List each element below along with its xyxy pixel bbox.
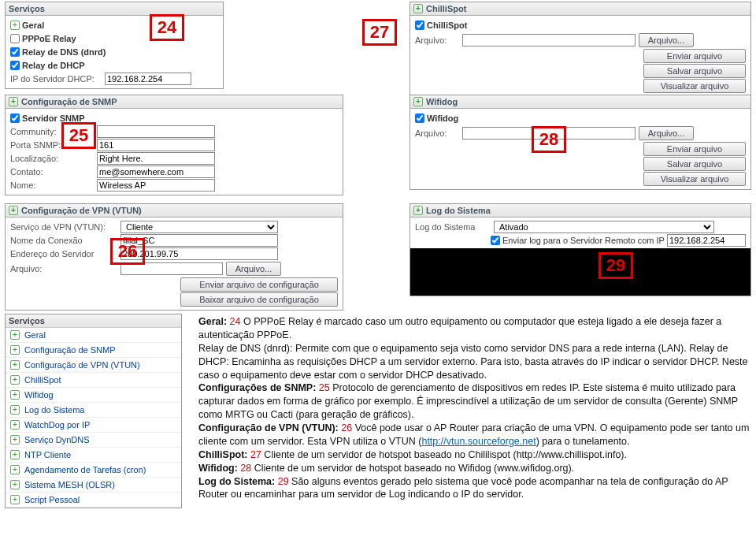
checkbox-pppoe[interactable]	[10, 34, 20, 43]
log-console	[410, 248, 750, 296]
button-wifidog-arquivo[interactable]: Arquivo...	[639, 126, 694, 140]
label-pppoe: PPPoE Relay	[22, 34, 76, 43]
plus-icon: +	[9, 97, 18, 106]
input-local[interactable]	[97, 152, 215, 165]
title: Serviços	[9, 4, 45, 13]
panel-log: +Log do Sistema Log do SistemaAtivado En…	[410, 203, 751, 296]
sidebar-item-cron[interactable]: +Agendamento de Tarefas (cron)	[6, 463, 181, 478]
panel-vtun: +Configuração de VPN (VTUN) Serviço de V…	[5, 203, 343, 311]
input-chilli-arquivo[interactable]	[462, 34, 636, 46]
plus-icon: +	[10, 435, 20, 445]
label-vtun-arquivo: Arquivo:	[10, 264, 120, 273]
callout-29: 29	[598, 252, 633, 279]
sidebar-item-geral[interactable]: +Geral	[6, 328, 181, 343]
checkbox-wifidog[interactable]	[415, 113, 424, 123]
plus-icon: +	[10, 345, 20, 355]
panel-wifidog-header: +Wifidog	[410, 95, 750, 109]
plus-icon: +	[10, 480, 20, 489]
sidebar-item-dyndns[interactable]: +Serviço DynDNS	[6, 433, 181, 448]
button-wifidog-salvar[interactable]: Salvar arquivo	[643, 157, 746, 171]
plus-icon: +	[10, 375, 20, 385]
label-dhcp-relay: Relay de DHCP	[22, 61, 84, 70]
label-vtun-end: Endereço do Servidor	[10, 249, 120, 259]
checkbox-snmp-server[interactable]	[10, 113, 20, 123]
panel-snmp: +Configuração de SNMP Servidor SNMP Comm…	[5, 95, 343, 195]
plus-icon: +	[413, 97, 423, 106]
panel-servicos-header: Serviços	[6, 2, 223, 16]
callout-26: 26	[110, 238, 145, 265]
plus-icon: +	[9, 206, 18, 215]
panel-chilli: +ChilliSpot ChilliSpot Arquivo:Arquivo..…	[410, 2, 751, 97]
plus-icon: +	[10, 360, 20, 370]
checkbox-chilli[interactable]	[415, 20, 424, 30]
plus-icon: +	[413, 4, 423, 13]
callout-24: 24	[150, 14, 184, 41]
label-vtun-servico: Serviço de VPN (VTUN):	[10, 222, 120, 232]
label-dhcp-ip: IP do Servidor DHCP:	[10, 74, 105, 84]
button-chilli-arquivo[interactable]: Arquivo...	[639, 33, 694, 47]
label-vtun-nome: Nome da Conexão	[10, 236, 120, 245]
sidebar-item-script[interactable]: +Script Pessoal	[6, 493, 181, 508]
sidebar-item-mesh[interactable]: +Sistema MESH (OLSR)	[6, 478, 181, 493]
link-geral[interactable]: + Geral	[10, 19, 218, 32]
label-nome: Nome:	[10, 180, 97, 190]
button-chilli-vis[interactable]: Visualizar arquivo	[643, 79, 746, 93]
callout-25: 25	[61, 122, 96, 149]
description-text: Geral: 24 O PPPoE Relay é marcado caso u…	[198, 315, 750, 501]
sidebar-item-snmp[interactable]: +Configuração de SNMP	[6, 343, 181, 358]
select-log-status[interactable]: Ativado	[494, 221, 714, 233]
label-chilli-arquivo: Arquivo:	[415, 35, 462, 45]
select-vtun-servico[interactable]: Cliente	[120, 221, 278, 233]
sidebar-title: Serviços	[6, 314, 181, 328]
plus-icon: +	[10, 450, 20, 459]
sidebar-item-wifidog[interactable]: +Wifidog	[6, 388, 181, 403]
plus-icon: +	[10, 405, 20, 415]
sidebar-item-vtun[interactable]: +Configuração de VPN (VTUN)	[6, 358, 181, 373]
callout-27: 27	[362, 19, 397, 46]
sidebar-item-log[interactable]: +Log do Sistema	[6, 403, 181, 418]
button-vtun-baixar[interactable]: Baixar arquivo de configuração	[180, 292, 338, 307]
sidebar-item-chilli[interactable]: +ChilliSpot	[6, 373, 181, 388]
plus-icon: +	[10, 330, 20, 340]
panel-vtun-header: +Configuração de VPN (VTUN)	[6, 204, 343, 218]
sidebar-servicos: Serviços +Geral +Configuração de SNMP +C…	[5, 314, 182, 508]
input-porta[interactable]	[97, 139, 215, 151]
plus-icon: +	[10, 20, 20, 30]
label-dnrd: Relay de DNS (dnrd)	[22, 47, 106, 57]
input-contato[interactable]	[97, 166, 215, 178]
sidebar-item-watchdog[interactable]: +WatchDog por IP	[6, 418, 181, 433]
link-vtun[interactable]: http://vtun.sourceforge.net	[421, 436, 536, 447]
input-nome[interactable]	[97, 179, 215, 192]
button-wifidog-vis[interactable]: Visualizar arquivo	[643, 172, 746, 186]
checkbox-log-remote[interactable]	[491, 236, 500, 245]
label-chilli: ChilliSpot	[427, 20, 467, 30]
button-chilli-enviar[interactable]: Enviar arquivo	[643, 49, 746, 63]
panel-wifidog: +Wifidog Wifidog Arquivo:Arquivo... Envi…	[410, 95, 751, 190]
label-contato: Contato:	[10, 167, 97, 177]
button-chilli-salvar[interactable]: Salvar arquivo	[643, 64, 746, 78]
sidebar-item-ntp[interactable]: +NTP Cliente	[6, 448, 181, 463]
callout-28: 28	[532, 126, 566, 153]
plus-icon: +	[413, 206, 423, 215]
checkbox-dhcp-relay[interactable]	[10, 61, 20, 70]
button-vtun-enviar[interactable]: Enviar arquivo de configuração	[180, 277, 338, 292]
label-local: Localização:	[10, 154, 97, 163]
label-wifidog: Wifidog	[427, 113, 458, 123]
button-wifidog-enviar[interactable]: Enviar arquivo	[643, 142, 746, 156]
input-dhcp-ip[interactable]	[105, 73, 191, 85]
label-log: Log do Sistema	[415, 222, 494, 232]
plus-icon: +	[10, 390, 20, 400]
button-vtun-arquivo[interactable]: Arquivo...	[226, 262, 281, 276]
checkbox-dnrd[interactable]	[10, 47, 20, 57]
plus-icon: +	[10, 420, 20, 430]
input-community[interactable]	[97, 125, 215, 138]
label-wifidog-arquivo: Arquivo:	[415, 128, 462, 138]
plus-icon: +	[10, 465, 20, 474]
panel-servicos: Serviços + Geral PPPoE Relay Relay de DN…	[5, 2, 224, 89]
plus-icon: +	[10, 495, 20, 504]
input-log-ip[interactable]	[667, 234, 746, 247]
panel-log-header: +Log do Sistema	[410, 204, 750, 218]
panel-chilli-header: +ChilliSpot	[410, 2, 750, 16]
panel-snmp-header: +Configuração de SNMP	[6, 95, 343, 109]
label-log-remote: Enviar log para o Servidor Remoto com IP	[502, 236, 665, 245]
